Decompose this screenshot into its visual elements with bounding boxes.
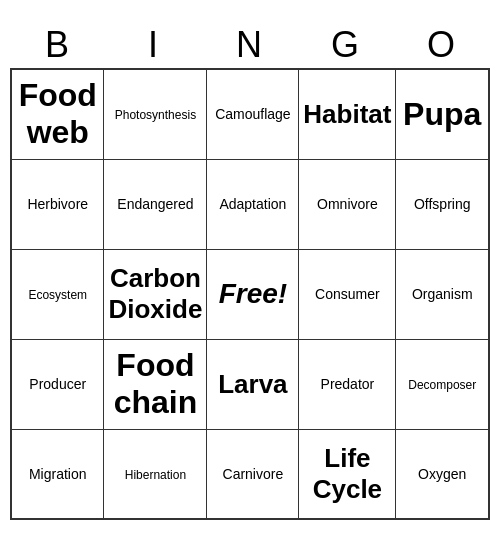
- bingo-cell: Organism: [396, 249, 489, 339]
- bingo-cell: Adaptation: [207, 159, 299, 249]
- bingo-cell: Ecosystem: [11, 249, 104, 339]
- cell-text: Adaptation: [219, 196, 286, 212]
- cell-text: Photosynthesis: [115, 108, 196, 122]
- table-row: MigrationHibernationCarnivoreLife CycleO…: [11, 429, 489, 519]
- bingo-cell: Oxygen: [396, 429, 489, 519]
- cell-text: Ecosystem: [28, 288, 87, 302]
- bingo-cell: Consumer: [299, 249, 396, 339]
- bingo-cell: Omnivore: [299, 159, 396, 249]
- header-letter: N: [202, 24, 298, 66]
- bingo-cell: Habitat: [299, 69, 396, 159]
- bingo-cell: Carbon Dioxide: [104, 249, 207, 339]
- cell-text: Omnivore: [317, 196, 378, 212]
- bingo-cell: Herbivore: [11, 159, 104, 249]
- table-row: Food webPhotosynthesisCamouflageHabitatP…: [11, 69, 489, 159]
- cell-text: Food web: [19, 77, 97, 150]
- bingo-cell: Decomposer: [396, 339, 489, 429]
- cell-text: Pupa: [403, 96, 481, 132]
- bingo-cell: Pupa: [396, 69, 489, 159]
- header-letter: I: [106, 24, 202, 66]
- bingo-card: BINGO Food webPhotosynthesisCamouflageHa…: [10, 24, 490, 520]
- cell-text: Hibernation: [125, 468, 186, 482]
- cell-text: Camouflage: [215, 106, 291, 122]
- bingo-cell: Food web: [11, 69, 104, 159]
- cell-text: Decomposer: [408, 378, 476, 392]
- bingo-cell: Predator: [299, 339, 396, 429]
- cell-text: Carnivore: [223, 466, 284, 482]
- cell-text: Food chain: [114, 347, 198, 420]
- bingo-header: BINGO: [10, 24, 490, 66]
- bingo-cell: Endangered: [104, 159, 207, 249]
- table-row: HerbivoreEndangeredAdaptationOmnivoreOff…: [11, 159, 489, 249]
- bingo-cell: Food chain: [104, 339, 207, 429]
- cell-text: Producer: [29, 376, 86, 392]
- cell-text: Larva: [218, 369, 287, 399]
- cell-text: Predator: [321, 376, 375, 392]
- bingo-cell: Life Cycle: [299, 429, 396, 519]
- bingo-cell: Photosynthesis: [104, 69, 207, 159]
- bingo-cell: Carnivore: [207, 429, 299, 519]
- bingo-cell: Migration: [11, 429, 104, 519]
- cell-text: Life Cycle: [313, 443, 382, 504]
- bingo-cell: Offspring: [396, 159, 489, 249]
- cell-text: Carbon Dioxide: [108, 263, 202, 324]
- bingo-cell: Larva: [207, 339, 299, 429]
- bingo-cell: Camouflage: [207, 69, 299, 159]
- header-letter: B: [10, 24, 106, 66]
- bingo-cell: Free!: [207, 249, 299, 339]
- cell-text: Consumer: [315, 286, 380, 302]
- header-letter: O: [394, 24, 490, 66]
- bingo-grid: Food webPhotosynthesisCamouflageHabitatP…: [10, 68, 490, 520]
- cell-text: Offspring: [414, 196, 471, 212]
- bingo-cell: Hibernation: [104, 429, 207, 519]
- bingo-cell: Producer: [11, 339, 104, 429]
- cell-text: Migration: [29, 466, 87, 482]
- cell-text: Oxygen: [418, 466, 466, 482]
- cell-text: Free!: [219, 278, 287, 309]
- cell-text: Organism: [412, 286, 473, 302]
- table-row: EcosystemCarbon DioxideFree!ConsumerOrga…: [11, 249, 489, 339]
- cell-text: Habitat: [303, 99, 391, 129]
- cell-text: Endangered: [117, 196, 193, 212]
- header-letter: G: [298, 24, 394, 66]
- cell-text: Herbivore: [27, 196, 88, 212]
- table-row: ProducerFood chainLarvaPredatorDecompose…: [11, 339, 489, 429]
